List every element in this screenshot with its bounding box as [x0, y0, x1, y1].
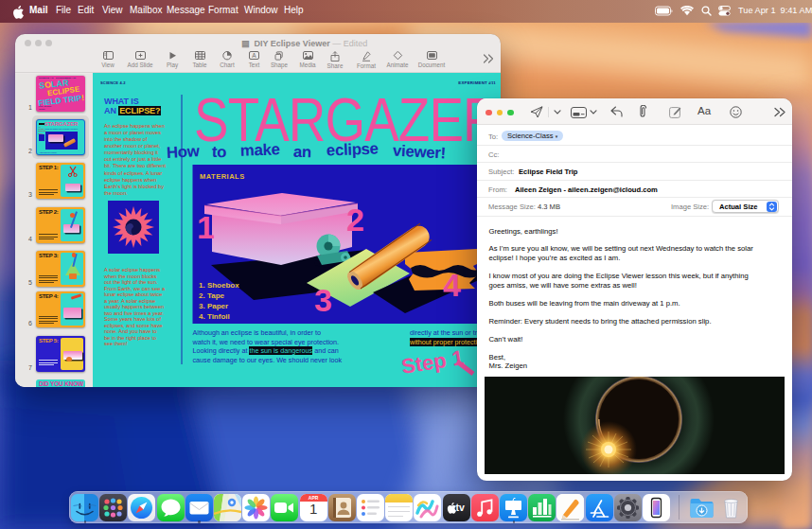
svg-text:A: A	[252, 52, 256, 59]
